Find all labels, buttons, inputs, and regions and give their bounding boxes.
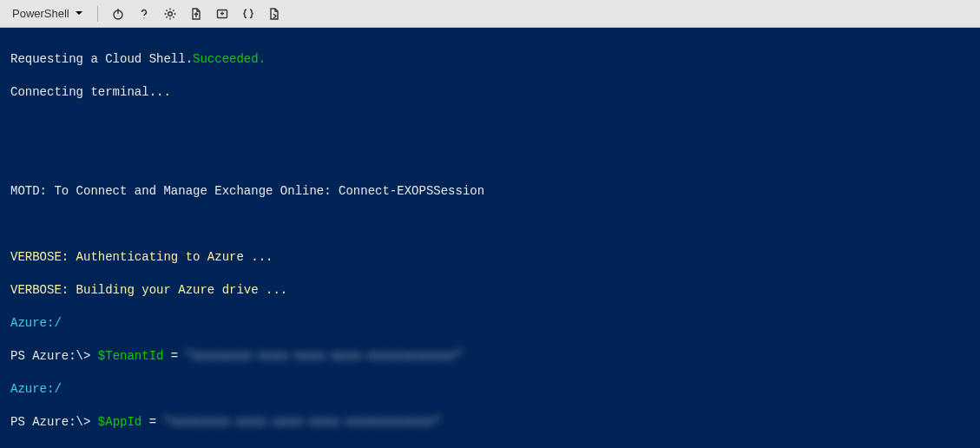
- editor-braces-icon[interactable]: [237, 3, 260, 25]
- shell-selector-label: PowerShell: [12, 7, 69, 20]
- ps-prompt: PS Azure:\>: [10, 415, 98, 429]
- variable-name: $TenantId: [98, 349, 164, 363]
- redacted-value: "xxxxxxxx-xxxx-xxxx-xxxx-xxxxxxxxxxxx": [186, 349, 463, 363]
- motd-text: MOTD: To Connect and Manage Exchange Onl…: [10, 183, 970, 200]
- web-preview-icon[interactable]: [263, 3, 286, 25]
- assign-op: =: [163, 349, 185, 363]
- restart-icon[interactable]: [107, 3, 129, 25]
- ps-prompt: PS Azure:\>: [10, 349, 98, 363]
- variable-name: $AppId: [98, 415, 141, 429]
- cloud-shell-toolbar: PowerShell: [0, 0, 980, 28]
- connecting-text: Connecting terminal...: [10, 84, 970, 101]
- chevron-down-icon: [75, 7, 83, 20]
- toolbar-divider: [97, 6, 98, 22]
- azure-path: Azure:/: [10, 315, 970, 332]
- redacted-value: "xxxxxxxx-xxxx-xxxx-xxxx-xxxxxxxxxxxx": [163, 415, 440, 429]
- upload-file-icon[interactable]: [185, 3, 207, 25]
- svg-point-2: [143, 17, 144, 18]
- new-session-icon[interactable]: [211, 3, 233, 25]
- azure-path: Azure:/: [10, 381, 970, 398]
- settings-gear-icon[interactable]: [159, 3, 181, 25]
- verbose-line: VERBOSE: Authenticating to Azure ...: [10, 249, 970, 266]
- help-icon[interactable]: [133, 3, 155, 25]
- request-status: Succeeded.: [193, 52, 266, 66]
- assign-op: =: [141, 415, 163, 429]
- request-text: Requesting a Cloud Shell.: [10, 52, 193, 66]
- terminal-pane[interactable]: Requesting a Cloud Shell.Succeeded. Conn…: [0, 28, 980, 448]
- verbose-line: VERBOSE: Building your Azure drive ...: [10, 282, 970, 299]
- svg-point-3: [168, 11, 172, 16]
- shell-selector-dropdown[interactable]: PowerShell: [7, 5, 89, 22]
